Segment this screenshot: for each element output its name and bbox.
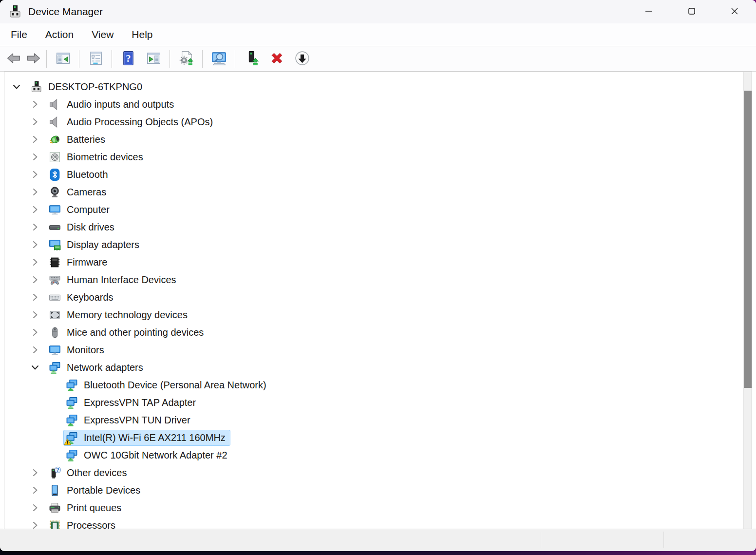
- tree-item-bluetooth-device-personal-area-network[interactable]: Bluetooth Device (Personal Area Network): [4, 376, 743, 394]
- row-content: Memory technology devices: [46, 307, 192, 323]
- tree-item-keyboards[interactable]: Keyboards: [4, 288, 743, 306]
- row-content: ExpressVPN TUN Driver: [63, 412, 195, 428]
- chevron-right-icon[interactable]: [29, 484, 41, 497]
- chevron-right-icon[interactable]: [29, 203, 41, 216]
- tree-item-owc-10gbit-network-adapter-2[interactable]: OWC 10Gbit Network Adapter #2: [4, 446, 743, 464]
- toolbar: ?: [0, 46, 756, 72]
- show-action-pane-button[interactable]: [142, 48, 165, 70]
- chevron-right-icon[interactable]: [29, 519, 41, 529]
- tree-item-mice-and-other-pointing-devices[interactable]: Mice and other pointing devices: [4, 324, 743, 341]
- chevron-right-icon[interactable]: [29, 326, 41, 339]
- tree-item-processors[interactable]: Processors: [4, 517, 743, 529]
- tree-item-computer[interactable]: Computer: [4, 201, 743, 218]
- mouse-icon: [48, 326, 61, 339]
- tree-item-audio-inputs-and-outputs[interactable]: Audio inputs and outputs: [4, 96, 743, 113]
- tree-item-label: DESKTOP-6TKPNG0: [48, 81, 142, 93]
- tree-item-human-interface-devices[interactable]: Human Interface Devices: [4, 271, 743, 288]
- chevron-right-icon[interactable]: [29, 168, 41, 181]
- tree-item-label: Computer: [67, 204, 110, 215]
- tree-item-network-adapters[interactable]: Network adapters: [4, 359, 743, 376]
- chevron-right-icon[interactable]: [29, 98, 41, 111]
- tree-item-label: Disk drives: [67, 222, 114, 233]
- tree-item-audio-processing-objects-apos[interactable]: Audio Processing Objects (APOs): [4, 113, 743, 131]
- scrollbar-thumb[interactable]: [744, 91, 752, 388]
- maximize-icon: [687, 6, 697, 18]
- chevron-right-icon[interactable]: [29, 115, 41, 128]
- processor-icon: [48, 519, 61, 529]
- add-driver-button[interactable]: [240, 48, 263, 70]
- tree-item-portable-devices[interactable]: Portable Devices: [4, 481, 743, 499]
- show-console-tree-icon: [55, 50, 71, 68]
- chevron-right-icon[interactable]: [29, 273, 41, 286]
- chevron-right-icon[interactable]: [29, 151, 41, 163]
- tree-item-intel-r-wi-fi-6e-ax211-160mhz[interactable]: Intel(R) Wi-Fi 6E AX211 160MHz: [4, 429, 743, 446]
- status-divider: [541, 532, 541, 548]
- maximize-button[interactable]: [670, 0, 713, 23]
- tree-item-label: ExpressVPN TUN Driver: [84, 415, 190, 426]
- tree-item-bluetooth[interactable]: Bluetooth: [4, 166, 743, 183]
- row-content: Biometric devices: [46, 149, 148, 165]
- tree-item-cameras[interactable]: Cameras: [4, 183, 743, 201]
- toolbar-separator: [170, 50, 170, 68]
- tree-item-label: Bluetooth: [67, 169, 108, 180]
- tree-item-print-queues[interactable]: Print queues: [4, 499, 743, 517]
- tree-item-other-devices[interactable]: ?Other devices: [4, 464, 743, 481]
- menu-file[interactable]: File: [10, 27, 28, 42]
- chevron-right-icon[interactable]: [29, 501, 41, 514]
- chevron-right-icon[interactable]: [29, 466, 41, 479]
- computer-device-icon: [30, 80, 43, 94]
- scan-hardware-changes-button[interactable]: [208, 48, 230, 70]
- tree-item-label: Firmware: [67, 257, 107, 268]
- row-content: Display adapters: [46, 237, 144, 253]
- tree-item-label: Cameras: [67, 187, 106, 198]
- chevron-right-icon[interactable]: [29, 308, 41, 321]
- chevron-right-icon[interactable]: [29, 344, 41, 356]
- help-button[interactable]: ?: [117, 48, 139, 70]
- tree-item-disk-drives[interactable]: Disk drives: [4, 218, 743, 236]
- chevron-right-icon[interactable]: [29, 186, 41, 198]
- minimize-button[interactable]: [627, 0, 670, 23]
- chevron-right-icon[interactable]: [29, 221, 41, 233]
- tree-item-expressvpn-tun-driver[interactable]: ExpressVPN TUN Driver: [4, 411, 743, 429]
- firmware-chip-icon: [48, 256, 61, 269]
- keyboard-icon: [48, 291, 61, 304]
- disable-device-button[interactable]: [291, 48, 313, 70]
- back-arrow-button[interactable]: [4, 48, 23, 70]
- tree-item-label: Human Interface Devices: [67, 274, 176, 286]
- tree-item-label: ExpressVPN TAP Adapter: [84, 397, 196, 408]
- show-console-tree-button[interactable]: [52, 48, 74, 70]
- tree-item-expressvpn-tap-adapter[interactable]: ExpressVPN TAP Adapter: [4, 394, 743, 411]
- bluetooth-icon: [48, 168, 61, 181]
- tree-item-label: Bluetooth Device (Personal Area Network): [84, 380, 266, 391]
- chevron-down-icon[interactable]: [10, 80, 23, 93]
- tree-item-display-adapters[interactable]: Display adapters: [4, 236, 743, 253]
- row-content: Bluetooth: [46, 167, 113, 183]
- close-button[interactable]: [713, 0, 756, 23]
- uninstall-device-button[interactable]: [265, 48, 288, 70]
- tree-item-batteries[interactable]: Batteries: [4, 131, 743, 148]
- row-content: ?Other devices: [46, 465, 132, 481]
- menu-help[interactable]: Help: [131, 27, 153, 42]
- uninstall-device-icon: [269, 50, 285, 68]
- properties-button[interactable]: [84, 48, 107, 70]
- tree-item-desktop-6tkpng0[interactable]: DESKTOP-6TKPNG0: [4, 78, 743, 96]
- tree-item-label: Audio Processing Objects (APOs): [67, 116, 213, 128]
- tree-item-label: Intel(R) Wi-Fi 6E AX211 160MHz: [84, 432, 226, 443]
- scan-hardware-changes-icon: [211, 50, 227, 68]
- row-content: Mice and other pointing devices: [46, 325, 208, 341]
- chevron-right-icon[interactable]: [29, 256, 41, 268]
- properties-icon: [88, 50, 104, 68]
- chevron-right-icon[interactable]: [29, 238, 41, 251]
- chevron-down-icon[interactable]: [29, 361, 41, 374]
- tree-item-biometric-devices[interactable]: Biometric devices: [4, 148, 743, 166]
- tree-item-memory-technology-devices[interactable]: Memory technology devices: [4, 306, 743, 324]
- menu-action[interactable]: Action: [44, 27, 75, 42]
- menu-view[interactable]: View: [91, 27, 114, 42]
- tree-item-monitors[interactable]: Monitors: [4, 341, 743, 359]
- vertical-scrollbar[interactable]: [743, 72, 752, 529]
- forward-arrow-button[interactable]: [24, 48, 42, 70]
- chevron-right-icon[interactable]: [29, 291, 41, 304]
- update-driver-button[interactable]: [175, 48, 197, 70]
- chevron-right-icon[interactable]: [29, 133, 41, 146]
- tree-item-firmware[interactable]: Firmware: [4, 253, 743, 271]
